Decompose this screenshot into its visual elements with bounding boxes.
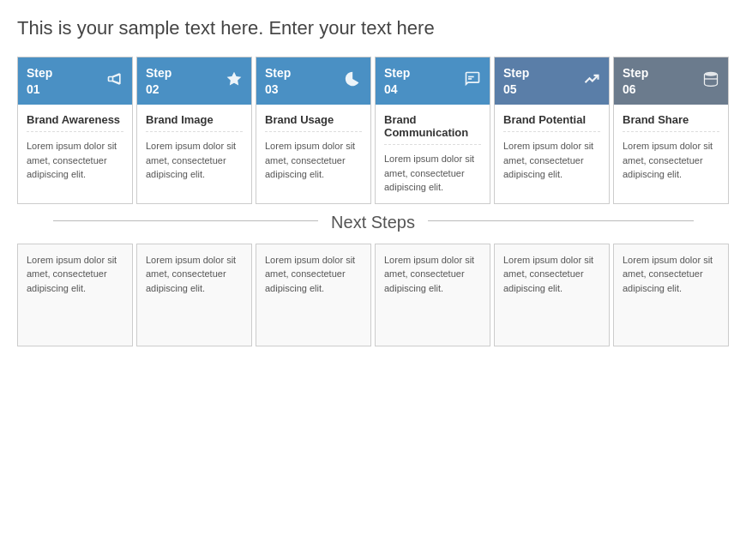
step-card-3: Step03 Brand Usage Lorem ipsum dolor sit… <box>256 57 371 204</box>
step-icon-2 <box>226 70 243 92</box>
step-title-3: Brand Usage <box>265 113 362 132</box>
step-header-1: Step01 <box>18 57 132 105</box>
next-card-text-3: Lorem ipsum dolor sit amet, consectetuer… <box>265 253 362 296</box>
step-text-3: Lorem ipsum dolor sit amet, consectetuer… <box>265 139 362 182</box>
step-card-4: Step04 Brand Communication Lorem ipsum d… <box>375 57 490 204</box>
step-label-5: Step05 <box>503 65 529 96</box>
step-title-1: Brand Awareness <box>27 113 123 132</box>
step-body-1: Brand Awareness Lorem ipsum dolor sit am… <box>18 105 132 190</box>
arrow-divider: Next Steps <box>17 204 729 237</box>
step-label-2: Step02 <box>146 65 171 96</box>
step-text-2: Lorem ipsum dolor sit amet, consectetuer… <box>146 139 243 182</box>
step-icon-1 <box>106 70 123 92</box>
step-header-6: Step06 <box>614 57 728 105</box>
next-card-4: Lorem ipsum dolor sit amet, consectetuer… <box>375 244 490 346</box>
step-body-5: Brand Potential Lorem ipsum dolor sit am… <box>495 105 609 190</box>
step-label-3: Step03 <box>265 65 291 96</box>
next-card-6: Lorem ipsum dolor sit amet, consectetuer… <box>613 244 729 346</box>
svg-rect-0 <box>468 76 474 78</box>
step-title-4: Brand Communication <box>384 113 481 145</box>
step-icon-4 <box>464 70 481 92</box>
step-body-4: Brand Communication Lorem ipsum dolor si… <box>376 105 490 203</box>
step-text-1: Lorem ipsum dolor sit amet, consectetuer… <box>27 139 123 182</box>
step-label-6: Step06 <box>623 65 648 96</box>
next-steps-section: Next Steps Lorem ipsum dolor sit amet, c… <box>17 204 729 346</box>
step-icon-6 <box>702 70 719 92</box>
next-card-2: Lorem ipsum dolor sit amet, consectetuer… <box>136 244 252 346</box>
step-card-6: Step06 Brand Share Lorem ipsum dolor sit… <box>613 57 729 204</box>
step-label-1: Step01 <box>27 65 52 96</box>
step-text-4: Lorem ipsum dolor sit amet, consectetuer… <box>384 152 481 195</box>
step-header-5: Step05 <box>495 57 609 105</box>
next-card-text-4: Lorem ipsum dolor sit amet, consectetuer… <box>384 253 481 296</box>
step-text-5: Lorem ipsum dolor sit amet, consectetuer… <box>503 139 600 182</box>
step-header-4: Step04 <box>376 57 490 105</box>
step-title-5: Brand Potential <box>503 113 600 132</box>
step-title-2: Brand Image <box>146 113 243 132</box>
page-title: This is your sample text here. Enter you… <box>17 17 729 39</box>
svg-rect-1 <box>468 78 472 80</box>
step-card-2: Step02 Brand Image Lorem ipsum dolor sit… <box>136 57 252 204</box>
step-card-5: Step05 Brand Potential Lorem ipsum dolor… <box>494 57 610 204</box>
step-label-4: Step04 <box>384 65 410 96</box>
next-card-text-5: Lorem ipsum dolor sit amet, consectetuer… <box>503 253 600 296</box>
next-card-3: Lorem ipsum dolor sit amet, consectetuer… <box>256 244 371 346</box>
steps-container: Step01 Brand Awareness Lorem ipsum dolor… <box>17 57 729 204</box>
next-steps-label: Next Steps <box>318 213 428 232</box>
next-steps-cards: Lorem ipsum dolor sit amet, consectetuer… <box>17 244 729 346</box>
step-card-1: Step01 Brand Awareness Lorem ipsum dolor… <box>17 57 133 204</box>
step-body-3: Brand Usage Lorem ipsum dolor sit amet, … <box>256 105 370 190</box>
step-icon-5 <box>583 70 600 92</box>
step-header-3: Step03 <box>256 57 370 105</box>
step-icon-3 <box>345 70 362 92</box>
next-card-5: Lorem ipsum dolor sit amet, consectetuer… <box>494 244 610 346</box>
step-header-2: Step02 <box>137 57 251 105</box>
step-body-6: Brand Share Lorem ipsum dolor sit amet, … <box>614 105 728 190</box>
step-title-6: Brand Share <box>623 113 719 132</box>
step-body-2: Brand Image Lorem ipsum dolor sit amet, … <box>137 105 251 190</box>
next-card-1: Lorem ipsum dolor sit amet, consectetuer… <box>17 244 133 346</box>
step-text-6: Lorem ipsum dolor sit amet, consectetuer… <box>623 139 719 182</box>
next-card-text-2: Lorem ipsum dolor sit amet, consectetuer… <box>146 253 243 296</box>
next-card-text-6: Lorem ipsum dolor sit amet, consectetuer… <box>623 253 719 296</box>
next-card-text-1: Lorem ipsum dolor sit amet, consectetuer… <box>27 253 123 296</box>
svg-point-2 <box>705 72 718 76</box>
